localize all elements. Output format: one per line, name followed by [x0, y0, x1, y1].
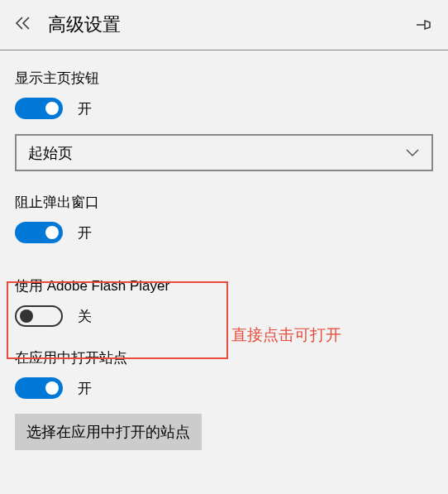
home-button-toggle[interactable] — [15, 98, 63, 119]
popup-block-setting: 阻止弹出窗口 开 — [15, 193, 433, 243]
flash-toggle-row: 关 — [15, 305, 433, 327]
chevron-down-icon — [405, 146, 420, 161]
open-in-app-state: 开 — [78, 379, 92, 398]
page-title: 高级设置 — [48, 12, 121, 37]
annotation-text: 直接点击可打开 — [231, 324, 341, 346]
open-in-app-toggle-row: 开 — [15, 377, 433, 399]
home-button-toggle-row: 开 — [15, 98, 433, 119]
popup-block-toggle[interactable] — [15, 222, 63, 243]
flash-label: 使用 Adobe Flash Player — [15, 276, 433, 295]
pin-icon[interactable] — [415, 17, 433, 36]
start-page-dropdown[interactable]: 起始页 — [15, 134, 433, 171]
popup-block-toggle-row: 开 — [15, 222, 433, 243]
toggle-knob — [20, 309, 33, 323]
home-button-state: 开 — [78, 99, 92, 118]
home-button-label: 显示主页按钮 — [15, 69, 433, 88]
popup-block-label: 阻止弹出窗口 — [15, 193, 433, 212]
toggle-knob — [45, 381, 59, 395]
popup-block-state: 开 — [78, 223, 92, 242]
settings-header: 高级设置 — [0, 0, 448, 50]
flash-setting: 使用 Adobe Flash Player 关 — [15, 276, 433, 327]
home-button-setting: 显示主页按钮 开 起始页 — [15, 69, 433, 171]
toggle-knob — [45, 226, 59, 239]
toggle-knob — [45, 102, 59, 115]
flash-state: 关 — [78, 307, 92, 326]
back-button[interactable] — [15, 16, 33, 35]
open-in-app-setting: 在应用中打开站点 开 — [15, 348, 433, 399]
open-in-app-toggle[interactable] — [15, 377, 63, 399]
flash-toggle[interactable] — [15, 305, 63, 327]
choose-sites-button[interactable]: 选择在应用中打开的站点 — [15, 414, 202, 450]
settings-content: 显示主页按钮 开 起始页 阻止弹出窗口 开 使用 Adobe Flash Pla… — [0, 50, 448, 450]
open-in-app-label: 在应用中打开站点 — [15, 348, 433, 367]
dropdown-selected: 起始页 — [28, 143, 73, 163]
